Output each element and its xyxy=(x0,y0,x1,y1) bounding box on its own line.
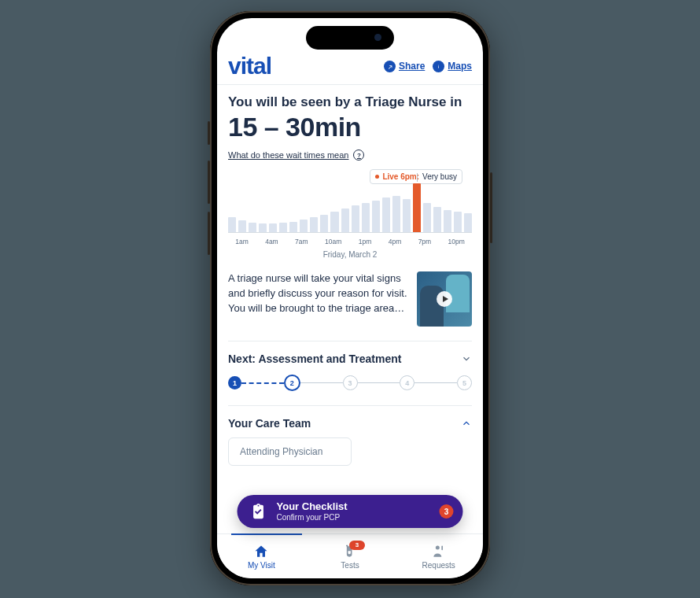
bar-4pm xyxy=(392,196,400,232)
xtick: 7am xyxy=(295,238,308,245)
info-icon xyxy=(433,61,444,72)
toast-badge: 3 xyxy=(440,504,454,519)
volume-up xyxy=(208,161,210,204)
bar-12pm xyxy=(352,205,359,232)
play-icon xyxy=(437,291,452,307)
share-label: Share xyxy=(399,61,425,72)
bar-5pm xyxy=(403,199,411,232)
bar-2pm xyxy=(372,201,380,232)
maps-label: Maps xyxy=(448,61,472,72)
xtick: 4am xyxy=(265,238,278,245)
chevron-up-icon xyxy=(461,418,472,429)
tab-bar: My Visit 3 Tests Requests xyxy=(217,533,483,578)
bar-7am xyxy=(300,220,308,232)
tab-my-visit-label: My Visit xyxy=(248,561,275,570)
bar-12am xyxy=(228,217,236,232)
bar-9am xyxy=(320,215,328,232)
xtick: 1pm xyxy=(359,238,372,245)
tab-tests[interactable]: 3 Tests xyxy=(306,534,395,578)
next-section-title: Next: Assessment and Treatment xyxy=(228,353,401,365)
share-link[interactable]: Share xyxy=(384,61,425,72)
progress-steps: 1 2 3 4 5 xyxy=(228,375,472,391)
tab-requests[interactable]: Requests xyxy=(394,534,483,578)
maps-link[interactable]: Maps xyxy=(433,61,472,72)
live-dot-icon xyxy=(375,175,379,179)
share-icon xyxy=(384,61,396,72)
next-section-header[interactable]: Next: Assessment and Treatment xyxy=(228,353,472,365)
step-5: 5 xyxy=(457,375,472,390)
checklist-toast[interactable]: Your Checklist Confirm your PCP 3 xyxy=(238,495,463,528)
tab-tests-label: Tests xyxy=(341,561,359,570)
toast-title: Your Checklist xyxy=(277,501,348,512)
bar-3am xyxy=(259,223,267,232)
bar-11pm xyxy=(464,213,472,232)
bar-11am xyxy=(341,209,349,232)
wait-meaning-link[interactable]: What do these wait times mean ? xyxy=(228,150,364,161)
bar-10pm xyxy=(454,212,462,232)
bar-8am xyxy=(310,217,318,232)
question-icon: ? xyxy=(353,150,364,161)
xtick: 7pm xyxy=(418,238,432,245)
video-thumbnail[interactable] xyxy=(417,271,472,327)
xtick: 10pm xyxy=(448,238,465,245)
chart-date: Friday, March 2 xyxy=(228,250,472,259)
phone-frame: vital Share Maps xyxy=(210,11,490,585)
bar-6am xyxy=(289,222,297,232)
busy-chart: Live 6pm: Very busy ·1am··4am··7am··10am… xyxy=(228,180,472,259)
bar-7pm xyxy=(423,203,431,232)
volume-down xyxy=(208,212,210,255)
xtick: 4pm xyxy=(389,238,402,245)
dynamic-island xyxy=(306,26,394,50)
brand-logo: vital xyxy=(228,53,271,79)
bar-3pm xyxy=(382,197,390,232)
care-team-tab[interactable]: Attending Physician xyxy=(228,437,352,466)
svg-point-0 xyxy=(436,545,440,549)
wait-time: 15 – 30min xyxy=(228,112,472,142)
bar-10am xyxy=(330,212,338,232)
power-button xyxy=(490,172,492,243)
bar-5am xyxy=(279,223,287,232)
live-label: Live 6pm: xyxy=(382,172,419,181)
app-header: vital Share Maps xyxy=(217,53,483,84)
mute-switch xyxy=(208,121,210,145)
test-tube-icon: 3 xyxy=(341,544,359,559)
care-team-title: Your Care Team xyxy=(228,417,311,430)
care-team-header[interactable]: Your Care Team xyxy=(228,417,472,430)
bar-9pm xyxy=(444,210,451,232)
bar-1am xyxy=(238,220,246,232)
active-tab-indicator xyxy=(231,533,302,535)
bar-2am xyxy=(249,223,256,232)
bar-8pm xyxy=(433,207,441,232)
person-raised-hand-icon xyxy=(430,544,448,559)
tab-my-visit[interactable]: My Visit xyxy=(217,534,306,578)
chevron-down-icon xyxy=(461,353,472,364)
triage-description: A triage nurse will take your vital sign… xyxy=(228,271,409,316)
tests-badge: 3 xyxy=(349,541,365,550)
xtick: 1am xyxy=(235,238,249,245)
clipboard-check-icon xyxy=(249,501,269,522)
home-icon xyxy=(252,544,270,559)
step-4: 4 xyxy=(400,375,414,390)
step-2: 2 xyxy=(284,375,300,391)
step-1: 1 xyxy=(228,376,241,389)
bar-4am xyxy=(269,223,277,232)
tab-requests-label: Requests xyxy=(422,561,455,570)
wait-meaning-label: What do these wait times mean xyxy=(228,150,348,160)
screen: vital Share Maps xyxy=(217,18,483,578)
live-status: Very busy xyxy=(422,172,457,181)
toast-subtitle: Confirm your PCP xyxy=(277,513,348,522)
step-3: 3 xyxy=(343,375,358,390)
xtick: 10am xyxy=(325,238,341,245)
bar-1pm xyxy=(362,203,370,232)
lead-text: You will be seen by a Triage Nurse in xyxy=(228,94,472,110)
bar-6pm xyxy=(413,183,421,232)
